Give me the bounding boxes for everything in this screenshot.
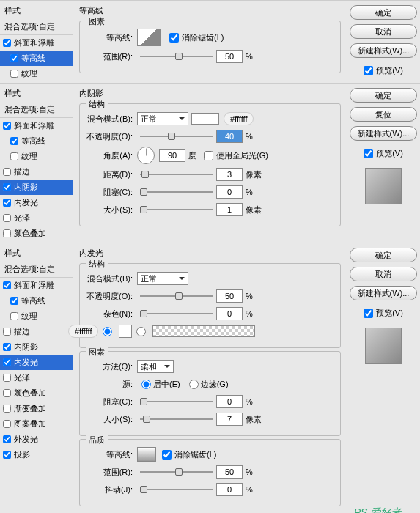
- sidebar-item-stroke[interactable]: 描边: [0, 164, 73, 180]
- sidebar-item-bevel[interactable]: 斜面和浮雕: [0, 278, 73, 293]
- opacity-slider[interactable]: [140, 132, 213, 141]
- sidebar: 样式 混合选项:自定 斜面和浮雕 等高线 纹理 描边 内阴影 内发光 光泽 颜色…: [0, 243, 73, 513]
- preview-check[interactable]: [364, 309, 373, 318]
- radio-color[interactable]: [103, 327, 112, 336]
- choke-value[interactable]: [216, 395, 243, 408]
- color-swatch[interactable]: [191, 113, 219, 125]
- sidebar-item-pattern-overlay[interactable]: 图案叠加: [0, 416, 73, 432]
- panel-contour: 样式 混合选项:自定 斜面和浮雕 等高线 纹理 等高线 图素 等高线: 消除锯齿…: [0, 0, 420, 83]
- range-value[interactable]: [216, 465, 243, 479]
- contour-picker[interactable]: [137, 29, 161, 46]
- jitter-value[interactable]: [216, 483, 243, 496]
- sidebar-item-bevel[interactable]: 斜面和浮雕: [0, 118, 73, 133]
- ok-button[interactable]: 确定: [350, 248, 417, 262]
- sidebar-subheader[interactable]: 混合选项:自定: [0, 102, 73, 118]
- distance-value[interactable]: [216, 168, 243, 181]
- size-label: 大小(S):: [86, 204, 137, 215]
- group-label: 结构: [86, 99, 108, 110]
- check-contour[interactable]: [10, 54, 18, 62]
- color-swatch[interactable]: [119, 325, 132, 338]
- size-slider[interactable]: [140, 415, 213, 424]
- check-antialias[interactable]: [162, 450, 172, 460]
- sidebar-subheader[interactable]: 混合选项:自定: [0, 19, 73, 35]
- sidebar-item-inner-shadow[interactable]: 内阴影: [0, 339, 73, 355]
- method-label: 方法(Q):: [86, 361, 137, 372]
- ok-button[interactable]: 确定: [350, 88, 417, 103]
- check-antialias[interactable]: [169, 33, 179, 43]
- sidebar-item-inner-glow[interactable]: 内发光: [0, 355, 73, 370]
- sidebar-subheader[interactable]: 混合选项:自定: [0, 262, 73, 278]
- choke-slider[interactable]: [140, 397, 213, 406]
- radio-gradient[interactable]: [136, 327, 146, 336]
- sidebar-item-stroke[interactable]: 描边: [0, 324, 73, 339]
- ok-button[interactable]: 确定: [350, 5, 417, 20]
- radio-edge[interactable]: [189, 380, 199, 389]
- sidebar: 样式 混合选项:自定 斜面和浮雕 等高线 纹理: [0, 1, 73, 83]
- range-label: 范围(R):: [86, 51, 137, 62]
- sidebar-item-drop-shadow[interactable]: 投影: [0, 447, 73, 462]
- blend-dropdown[interactable]: 正常: [137, 112, 188, 125]
- unit-percent: %: [246, 52, 253, 61]
- distance-slider[interactable]: [140, 170, 213, 179]
- noise-slider[interactable]: [140, 309, 213, 318]
- main-content: 内发光 结构 混合模式(B): 正常 不透明度(O): % 杂色(N): % #…: [73, 243, 347, 513]
- choke-label: 阻塞(C):: [86, 396, 137, 407]
- sidebar-item-contour[interactable]: 等高线: [0, 51, 73, 66]
- preview-thumbnail: [365, 168, 402, 204]
- cancel-button[interactable]: 取消: [350, 24, 417, 39]
- angle-label: 角度(A):: [86, 150, 137, 161]
- check-bevel[interactable]: [3, 39, 11, 47]
- new-style-button[interactable]: 新建样式(W)...: [350, 286, 417, 300]
- sidebar-item-outer-glow[interactable]: 外发光: [0, 432, 73, 447]
- check-texture[interactable]: [10, 70, 18, 78]
- sidebar-item-bevel[interactable]: 斜面和浮雕: [0, 35, 73, 51]
- blend-label: 混合模式(B):: [86, 273, 137, 284]
- sidebar-item-gradient-overlay[interactable]: 渐变叠加: [0, 401, 73, 416]
- gradient-picker[interactable]: [152, 325, 255, 337]
- cancel-button[interactable]: 取消: [350, 267, 417, 281]
- check-global-light[interactable]: [204, 151, 213, 160]
- opacity-value[interactable]: [216, 289, 243, 303]
- sidebar-item-color-overlay[interactable]: 颜色叠加: [0, 385, 73, 401]
- sidebar-item-inner-glow[interactable]: 内发光: [0, 195, 73, 210]
- new-style-button[interactable]: 新建样式(W)...: [350, 126, 417, 141]
- radio-center[interactable]: [141, 380, 151, 389]
- reset-button[interactable]: 复位: [350, 107, 417, 122]
- choke-slider[interactable]: [140, 188, 213, 196]
- blend-dropdown[interactable]: 正常: [137, 272, 188, 285]
- range-slider[interactable]: [140, 468, 213, 476]
- section-title: 等高线: [79, 4, 341, 18]
- new-style-button[interactable]: 新建样式(W)...: [350, 43, 417, 58]
- footer-buttons: 设置为默认值 复位为默认值: [79, 509, 341, 513]
- sidebar-item-texture[interactable]: 纹理: [0, 149, 73, 164]
- sidebar-item-satin[interactable]: 光泽: [0, 210, 73, 226]
- sidebar-item-contour[interactable]: 等高线: [0, 133, 73, 149]
- angle-dial[interactable]: [137, 147, 155, 164]
- choke-label: 阻塞(C):: [86, 187, 137, 198]
- size-slider[interactable]: [140, 205, 213, 214]
- contour-picker[interactable]: [137, 447, 156, 462]
- sidebar-item-texture[interactable]: 纹理: [0, 66, 73, 81]
- section-title: 内发光: [79, 246, 341, 260]
- sidebar-item-texture[interactable]: 纹理: [0, 309, 73, 324]
- method-dropdown[interactable]: 柔和: [137, 360, 174, 373]
- angle-value[interactable]: [159, 149, 185, 162]
- choke-value[interactable]: [216, 185, 243, 199]
- sidebar-item-inner-shadow[interactable]: 内阴影: [0, 180, 73, 195]
- size-value[interactable]: [216, 203, 243, 216]
- sidebar-item-satin[interactable]: 光泽: [0, 370, 73, 385]
- range-slider[interactable]: [140, 52, 213, 61]
- sidebar-item-color-overlay[interactable]: 颜色叠加: [0, 226, 73, 241]
- distance-label: 距离(D):: [86, 169, 137, 180]
- preview-check[interactable]: [364, 149, 373, 158]
- noise-value[interactable]: [216, 307, 243, 320]
- preview-check[interactable]: [364, 66, 373, 75]
- opacity-value[interactable]: [216, 130, 243, 143]
- group-element: 图素 方法(Q): 柔和 源: 居中(E) 边缘(G) 阻塞(C): % 大小(…: [79, 351, 341, 436]
- range-value[interactable]: [216, 50, 243, 63]
- size-value[interactable]: [216, 413, 243, 426]
- jitter-slider[interactable]: [140, 485, 213, 494]
- sidebar-item-contour[interactable]: 等高线: [0, 293, 73, 309]
- opacity-label: 不透明度(O):: [86, 291, 137, 302]
- opacity-slider[interactable]: [140, 292, 213, 300]
